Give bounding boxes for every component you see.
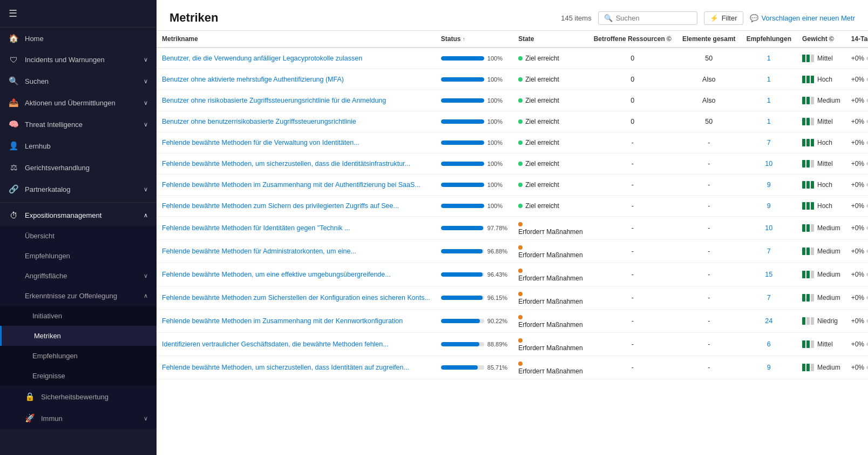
sidebar-item-label: Expositionsmanagement bbox=[25, 211, 137, 219]
sidebar-item-label: Gerichtsverhandlung bbox=[25, 164, 148, 172]
sidebar-item-partner[interactable]: 🔗 Partnerkatalog ∨ bbox=[0, 178, 157, 200]
sidebar-item-threat[interactable]: 🧠 Threat Intelligence ∨ bbox=[0, 113, 157, 135]
table-row: Fehlende bewährte Methoden im Zusammenha… bbox=[157, 310, 868, 333]
empfehlungen-link[interactable]: 9 bbox=[767, 181, 771, 189]
metric-name-link[interactable]: Benutzer ohne aktivierte mehrstufige Aut… bbox=[162, 76, 344, 83]
col-header-empfehlungen[interactable]: Empfehlungen bbox=[741, 31, 797, 48]
sidebar-item-incidents[interactable]: 🛡 Incidents und Warnungen ∨ bbox=[0, 49, 157, 70]
empfehlungen-cell[interactable]: 6 bbox=[741, 333, 797, 356]
metric-name-link[interactable]: Fehlende bewährte Methoden, um sicherzus… bbox=[162, 364, 409, 371]
metric-name-link[interactable]: Benutzer, die die Verwendung anfälliger … bbox=[162, 55, 362, 62]
empfehlungen-link[interactable]: 6 bbox=[767, 340, 771, 348]
filter-button[interactable]: ⚡ Filter bbox=[704, 11, 743, 25]
empfehlungen-cell[interactable]: 1 bbox=[741, 90, 797, 111]
sidebar-item-initiativen[interactable]: Initiativen bbox=[0, 306, 157, 326]
betroffene-cell: - bbox=[588, 356, 677, 379]
sidebar-item-erkenntnisse[interactable]: Erkenntnisse zur Offenlegung ∧ bbox=[0, 286, 157, 306]
sidebar-item-sicherheit[interactable]: 🔒 Sicherheitsbewertung bbox=[0, 386, 157, 407]
empfehlungen-link[interactable]: 1 bbox=[767, 55, 771, 62]
metric-name-link[interactable]: Fehlende bewährte Methoden für Administr… bbox=[162, 247, 356, 255]
empfehlungen-cell[interactable]: 7 bbox=[741, 132, 797, 153]
trend-percent: +0% bbox=[851, 294, 864, 302]
progress-fill bbox=[441, 140, 484, 145]
sidebar-item-metriken[interactable]: Metriken bbox=[0, 326, 157, 346]
weight-label: Medium bbox=[817, 97, 840, 104]
col-header-trend[interactable]: 14-Tage-Trend bbox=[846, 31, 868, 48]
metric-name-link[interactable]: Fehlende bewährte Methoden im Zusammenha… bbox=[162, 317, 403, 325]
status-dot-icon bbox=[518, 77, 523, 82]
empfehlungen-link[interactable]: 15 bbox=[765, 271, 772, 278]
weight-bars: Medium bbox=[802, 294, 840, 302]
empfehlungen-cell[interactable]: 7 bbox=[741, 286, 797, 310]
metric-name-link[interactable]: Benutzer ohne benutzerrisikobasierte Zug… bbox=[162, 118, 356, 125]
empfehlungen-link[interactable]: 1 bbox=[767, 76, 771, 83]
search-input[interactable] bbox=[616, 14, 691, 22]
empfehlungen-cell[interactable]: 10 bbox=[741, 217, 797, 240]
progress-bar-container: 100% bbox=[441, 118, 507, 125]
metric-name-link[interactable]: Fehlende bewährte Methoden zum Sichern d… bbox=[162, 202, 399, 210]
progress-fill bbox=[441, 272, 483, 277]
empfehlungen-link[interactable]: 7 bbox=[767, 139, 771, 146]
table-header-row: Metrikname Status ↑ State Betroffene Res… bbox=[157, 31, 868, 48]
col-header-state[interactable]: State bbox=[513, 31, 588, 48]
empfehlungen-cell[interactable]: 1 bbox=[741, 111, 797, 132]
sidebar-item-gericht[interactable]: ⚖ Gerichtsverhandlung bbox=[0, 157, 157, 178]
search-box[interactable]: 🔍 bbox=[598, 11, 697, 25]
metric-name-link[interactable]: Fehlende bewährte Methoden für Identität… bbox=[162, 224, 350, 232]
empfehlungen-link[interactable]: 1 bbox=[767, 118, 771, 125]
metric-name-link[interactable]: Fehlende bewährte Methoden im Zusammenha… bbox=[162, 181, 421, 189]
sidebar-item-ereignisse[interactable]: Ereignisse bbox=[0, 366, 157, 386]
empfehlungen-link[interactable]: 9 bbox=[767, 202, 771, 210]
elemente-cell: - bbox=[677, 333, 741, 356]
empfehlungen-link[interactable]: 10 bbox=[765, 224, 772, 232]
sidebar-item-empf2[interactable]: Empfehlungen bbox=[0, 346, 157, 366]
metric-name-link[interactable]: Fehlende bewährte Methoden, um eine effe… bbox=[162, 271, 391, 278]
sidebar-item-immun[interactable]: 🚀 Immun ∨ bbox=[0, 407, 157, 429]
empfehlungen-cell[interactable]: 9 bbox=[741, 175, 797, 196]
progress-bar bbox=[441, 77, 484, 82]
sidebar-item-suchen[interactable]: 🔍 Suchen ∨ bbox=[0, 70, 157, 92]
sidebar-item-aktionen[interactable]: 📤 Aktionen und Übermittlungen ∨ bbox=[0, 92, 157, 113]
empfehlungen-link[interactable]: 7 bbox=[767, 294, 771, 302]
metric-name-link[interactable]: Fehlende bewährte Methoden für die Verwa… bbox=[162, 139, 360, 146]
chevron-down-icon: ∨ bbox=[144, 56, 148, 63]
sidebar-item-empfehlungen[interactable]: Empfehlungen bbox=[0, 246, 157, 266]
empfehlungen-cell[interactable]: 9 bbox=[741, 356, 797, 379]
state-text: Ziel erreicht bbox=[525, 181, 559, 189]
col-header-gewicht[interactable]: Gewicht © bbox=[797, 31, 846, 48]
col-header-status[interactable]: Status ↑ bbox=[436, 31, 513, 48]
progress-bar-container: 100% bbox=[441, 97, 507, 104]
metric-name-link[interactable]: Identifizieren vertraulicher Geschäftsda… bbox=[162, 340, 389, 348]
empfehlungen-cell[interactable]: 15 bbox=[741, 263, 797, 286]
empfehlungen-link[interactable]: 10 bbox=[765, 160, 772, 168]
suggest-button[interactable]: 💬 Vorschlagen einer neuen Metr bbox=[750, 14, 855, 22]
col-header-elemente[interactable]: Elemente gesamt bbox=[677, 31, 741, 48]
sidebar-item-home[interactable]: 🏠 Home bbox=[0, 28, 157, 49]
empfehlungen-cell[interactable]: 24 bbox=[741, 310, 797, 333]
trend-percent: +0% bbox=[851, 97, 864, 104]
empfehlungen-link[interactable]: 24 bbox=[765, 317, 772, 325]
search-icon: 🔍 bbox=[604, 14, 613, 22]
empfehlungen-cell[interactable]: 9 bbox=[741, 196, 797, 217]
metric-name-link[interactable]: Fehlende bewährte Methoden, um sicherzus… bbox=[162, 160, 410, 168]
metric-name-link[interactable]: Benutzer ohne risikobasierte Zugriffsste… bbox=[162, 97, 386, 104]
hamburger-icon[interactable]: ☰ bbox=[9, 8, 17, 19]
empfehlungen-cell[interactable]: 7 bbox=[741, 240, 797, 263]
col-header-metrikname[interactable]: Metrikname bbox=[157, 31, 436, 48]
weight-label: Niedrig bbox=[817, 317, 838, 325]
empfehlungen-link[interactable]: 9 bbox=[767, 364, 771, 371]
sidebar-item-lernhub[interactable]: 👤 Lernhub bbox=[0, 135, 157, 157]
sidebar-item-ubersicht[interactable]: Übersicht bbox=[0, 226, 157, 246]
col-header-betroffene[interactable]: Betroffene Ressourcen © bbox=[588, 31, 677, 48]
empfehlungen-cell[interactable]: 1 bbox=[741, 69, 797, 90]
elemente-cell: 50 bbox=[677, 111, 741, 132]
empfehlungen-cell[interactable]: 10 bbox=[741, 153, 797, 175]
empfehlungen-link[interactable]: 7 bbox=[767, 247, 771, 255]
table-body: Benutzer, die die Verwendung anfälliger … bbox=[157, 48, 868, 379]
empfehlungen-cell[interactable]: 1 bbox=[741, 48, 797, 69]
metric-name-link[interactable]: Fehlende bewährte Methoden zum Sicherste… bbox=[162, 294, 430, 302]
sidebar-item-angriffsflache[interactable]: Angriffsfläche ∨ bbox=[0, 266, 157, 286]
progress-bar bbox=[441, 249, 484, 253]
sidebar-item-exposition[interactable]: ⏱ Expositionsmanagement ∧ bbox=[0, 205, 157, 226]
empfehlungen-link[interactable]: 1 bbox=[767, 97, 771, 104]
